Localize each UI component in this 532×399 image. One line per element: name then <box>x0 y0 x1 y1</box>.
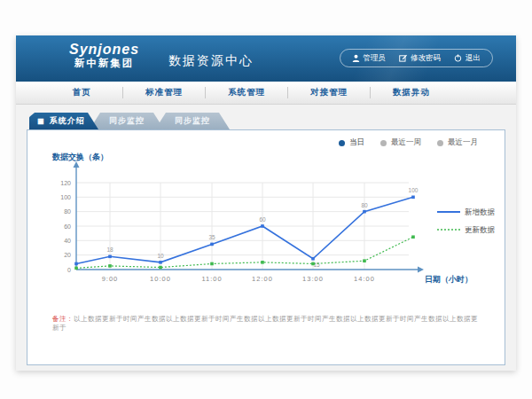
nav-item-standard-mgmt[interactable]: 标准管理 <box>123 82 205 104</box>
legend-label: 更新数据 <box>465 225 496 234</box>
data-point <box>363 210 366 214</box>
nav-item-data-change[interactable]: 数据异动 <box>371 82 452 104</box>
page-title: 数据资源中心 <box>168 53 254 69</box>
svg-text:12:00: 12:00 <box>252 275 273 283</box>
user-button[interactable]: 管理员 <box>352 53 387 64</box>
data-point <box>311 257 315 261</box>
app-window: Synjones 新中新集团 数据资源中心 管理员 修改密码 <box>16 35 516 371</box>
svg-text:日期（小时）: 日期（小时） <box>425 275 473 284</box>
content-panel: 当日 最近一周 最近一月 数据交换（条）0204060801001209:001… <box>27 129 505 365</box>
svg-text:10: 10 <box>157 253 164 259</box>
main-nav: 首页 标准管理 系统管理 对接管理 数据异动 <box>16 82 516 105</box>
nav-item-home[interactable]: 首页 <box>41 82 122 104</box>
svg-text:10:00: 10:00 <box>150 275 171 283</box>
tab-label: 同步监控 <box>109 115 145 127</box>
tab-system-intro[interactable]: ▦ 系统介绍 <box>29 113 98 129</box>
data-point <box>411 235 415 239</box>
svg-text:20: 20 <box>64 252 71 258</box>
logo-text-cn: 新中新集团 <box>69 58 139 69</box>
nav-item-system-mgmt[interactable]: 系统管理 <box>206 82 287 104</box>
footnote: 备注：以上数据更新于时间产生数据以上数据更新于时间产生数据以上数据更新于时间产生… <box>52 315 483 332</box>
data-point <box>261 224 264 228</box>
document-icon: ▦ <box>37 118 45 125</box>
data-point <box>311 262 315 266</box>
data-point <box>210 262 214 266</box>
svg-text:80: 80 <box>361 202 368 208</box>
data-point <box>108 264 112 268</box>
data-point <box>74 267 78 270</box>
svg-text:数据交换（条）: 数据交换（条） <box>51 153 108 161</box>
logo-text-en: Synjones <box>69 42 139 58</box>
svg-text:100: 100 <box>60 194 71 200</box>
line-chart: 数据交换（条）0204060801001209:0010:0011:0012:0… <box>27 130 506 308</box>
power-icon <box>454 54 462 62</box>
data-point <box>74 262 78 266</box>
logo: Synjones 新中新集团 <box>69 42 139 69</box>
svg-text:14:00: 14:00 <box>354 275 375 283</box>
svg-text:35: 35 <box>208 234 215 240</box>
app-header: Synjones 新中新集团 数据资源中心 管理员 修改密码 <box>16 35 516 82</box>
svg-text:120: 120 <box>60 180 71 186</box>
svg-text:100: 100 <box>409 187 419 193</box>
svg-text:13:00: 13:00 <box>302 275 324 283</box>
logout-button[interactable]: 退出 <box>454 53 481 64</box>
logout-label: 退出 <box>466 53 481 64</box>
svg-text:80: 80 <box>64 208 71 215</box>
data-point <box>159 261 162 264</box>
change-password-label: 修改密码 <box>411 53 441 64</box>
tab-sync-monitor-2[interactable]: 同步监控 <box>155 113 230 129</box>
user-icon <box>352 54 360 62</box>
data-point <box>411 196 415 200</box>
user-button-label: 管理员 <box>364 53 387 64</box>
series-line-1 <box>76 237 413 268</box>
tab-label: 同步监控 <box>175 115 210 127</box>
edit-icon <box>399 54 407 62</box>
data-point <box>108 255 112 259</box>
header-user-toolbar: 管理员 修改密码 退出 <box>340 49 494 67</box>
data-point <box>159 266 162 270</box>
footnote-text: 以上数据更新于时间产生数据以上数据更新于时间产生数据以上数据更新于时间产生数据以… <box>52 315 478 332</box>
svg-text:9:00: 9:00 <box>102 275 119 283</box>
svg-text:40: 40 <box>64 238 71 244</box>
svg-text:11:00: 11:00 <box>201 275 222 283</box>
legend-label: 新增数据 <box>465 207 496 216</box>
tab-sync-monitor-1[interactable]: 同步监控 <box>90 113 164 129</box>
svg-text:60: 60 <box>259 216 266 223</box>
footnote-prefix: 备注： <box>52 315 74 323</box>
tab-label: 系统介绍 <box>50 115 85 127</box>
nav-item-interface-mgmt[interactable]: 对接管理 <box>288 82 370 104</box>
svg-text:0: 0 <box>67 267 71 273</box>
svg-text:60: 60 <box>64 223 71 230</box>
data-point <box>261 261 264 264</box>
tab-bar: ▦ 系统介绍 同步监控 同步监控 <box>29 113 230 129</box>
change-password-button[interactable]: 修改密码 <box>399 53 441 64</box>
data-point <box>363 259 366 262</box>
data-point <box>210 243 214 246</box>
svg-text:18: 18 <box>106 246 113 253</box>
